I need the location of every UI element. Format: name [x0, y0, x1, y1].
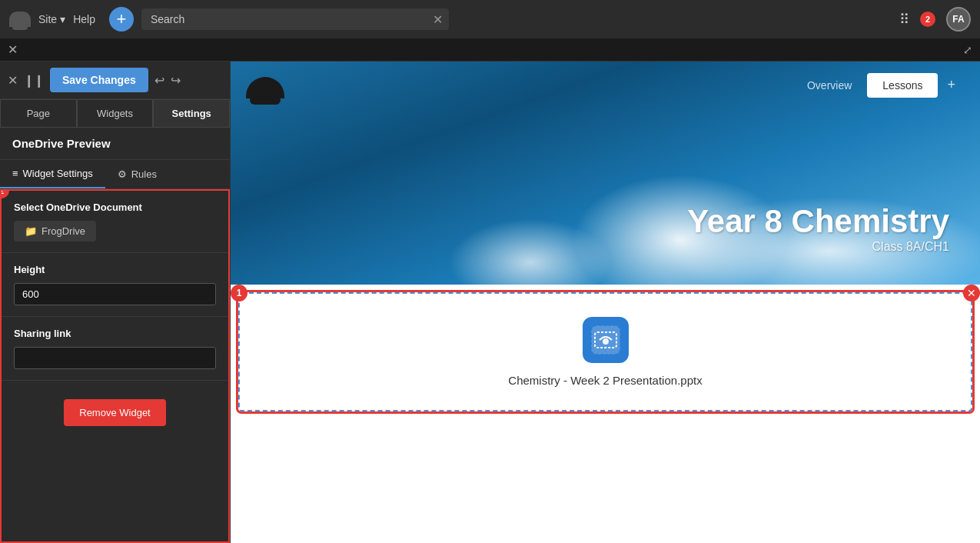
sidebar: ✕ ❙❙ Save Changes ↩ ↪ Page Widgets Setti…: [0, 62, 231, 543]
onedrive-svg: [590, 325, 621, 355]
height-label: Height: [14, 264, 216, 275]
save-changes-button[interactable]: Save Changes: [50, 68, 148, 92]
tab-settings[interactable]: Settings: [153, 99, 230, 127]
sharing-link-input[interactable]: [14, 347, 216, 369]
widget-title: OneDrive Preview: [0, 128, 230, 160]
remove-widget-section: Remove Widget: [2, 381, 228, 445]
main-layout: ✕ ❙❙ Save Changes ↩ ↪ Page Widgets Setti…: [0, 62, 980, 543]
hero-nav-overview[interactable]: Overview: [792, 73, 867, 98]
height-input[interactable]: [14, 283, 216, 305]
add-button[interactable]: +: [109, 7, 134, 32]
secondary-bar: ✕ ⤢: [0, 38, 980, 62]
select-document-label: Select OneDrive Document: [14, 202, 216, 213]
expand-icon[interactable]: ⤢: [963, 44, 972, 56]
select-document-section: Select OneDrive Document 📁 FrogDrive: [2, 191, 228, 253]
search-clear-button[interactable]: ✕: [433, 12, 443, 27]
subtab-widget-settings[interactable]: ≡ Widget Settings: [0, 160, 105, 188]
hero-nav-plus[interactable]: +: [938, 71, 965, 99]
rules-icon: ⚙: [118, 168, 127, 180]
toolbar-close-button[interactable]: ✕: [8, 73, 18, 88]
widget-preview-box: 1 ✕ Chemistry - Week 2 Presentation.pptx: [238, 292, 972, 411]
close-icon[interactable]: ✕: [8, 42, 18, 57]
widget-preview-badge: 1: [231, 285, 247, 301]
hero-nav: Overview Lessons +: [792, 71, 965, 99]
subtab-rules-label: Rules: [131, 168, 157, 180]
avatar[interactable]: FA: [946, 7, 971, 32]
hero-subtitle: Class 8A/CH1: [687, 240, 949, 254]
widget-preview-close-button[interactable]: ✕: [963, 285, 980, 301]
content-area: Overview Lessons + Year 8 Chemistry Clas…: [231, 62, 980, 543]
site-menu-button[interactable]: Site: [38, 13, 65, 25]
subtab-rules[interactable]: ⚙ Rules: [105, 160, 169, 188]
sharing-link-label: Sharing link: [14, 328, 216, 339]
frogdrive-button[interactable]: 📁 FrogDrive: [14, 221, 96, 242]
widget-preview-area: 1 ✕ Chemistry - Week 2 Presentation.pptx: [231, 285, 980, 419]
widget-settings-icon: ≡: [12, 168, 18, 179]
toolbar-collapse-button[interactable]: ❙❙: [24, 73, 44, 88]
help-button[interactable]: Help: [73, 13, 95, 25]
search-input[interactable]: [141, 8, 449, 30]
search-wrap: ✕: [141, 8, 449, 30]
redo-button[interactable]: ↪: [171, 73, 181, 88]
file-name: Chemistry - Week 2 Presentation.pptx: [508, 374, 702, 387]
sidebar-tabs: Page Widgets Settings: [0, 99, 230, 128]
hero-text: Year 8 Chemistry Class 8A/CH1: [687, 203, 949, 254]
nav-right: ⠿ 2 FA: [899, 7, 971, 32]
folder-icon: 📁: [25, 225, 37, 237]
tab-widgets[interactable]: Widgets: [77, 99, 154, 127]
hero-banner: Overview Lessons + Year 8 Chemistry Clas…: [231, 62, 980, 285]
navbar: Site Help + ✕ ⠿ 2 FA: [0, 0, 980, 38]
svg-point-2: [603, 338, 609, 345]
app-logo: [9, 12, 31, 27]
hero-logo-body: [246, 77, 284, 98]
hero-nav-lessons[interactable]: Lessons: [867, 73, 938, 98]
subtab-widget-settings-label: Widget Settings: [23, 168, 93, 179]
widget-settings-panel: 2 Select OneDrive Document 📁 FrogDrive H…: [0, 189, 230, 543]
remove-widget-button[interactable]: Remove Widget: [64, 399, 165, 426]
sidebar-toolbar: ✕ ❙❙ Save Changes ↩ ↪: [0, 62, 230, 99]
height-section: Height: [2, 253, 228, 317]
tab-page[interactable]: Page: [0, 99, 77, 127]
notification-badge[interactable]: 2: [920, 12, 935, 27]
sharing-link-section: Sharing link: [2, 317, 228, 381]
widget-subtabs: ≡ Widget Settings ⚙ Rules: [0, 160, 230, 189]
undo-button[interactable]: ↩: [154, 73, 164, 88]
hero-title: Year 8 Chemistry: [687, 203, 949, 240]
hero-logo: [246, 77, 284, 104]
grid-icon[interactable]: ⠿: [899, 11, 909, 28]
onedrive-icon: [583, 317, 629, 363]
frogdrive-label: FrogDrive: [42, 225, 85, 237]
